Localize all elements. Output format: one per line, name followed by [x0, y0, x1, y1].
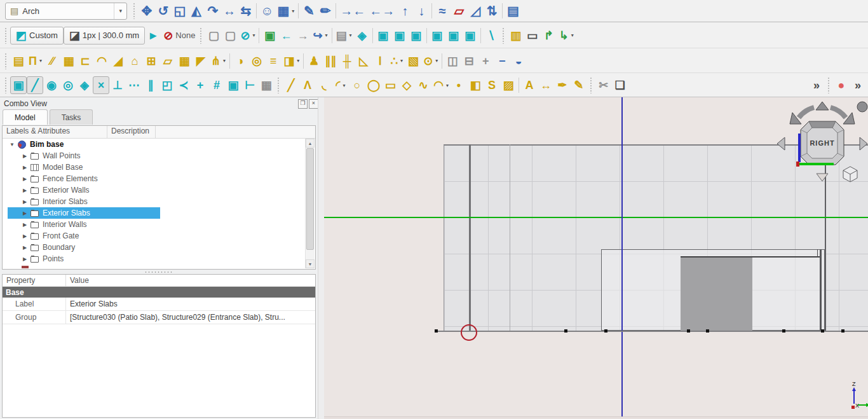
record-macro-button[interactable]: ●	[833, 76, 850, 94]
frame-button[interactable]: ▦	[176, 52, 193, 70]
expander-icon[interactable]: ▶	[20, 199, 29, 205]
mirror-button[interactable]: ◭	[188, 2, 205, 20]
ground-point[interactable]	[706, 329, 709, 333]
window-button[interactable]: ⊞	[143, 52, 159, 70]
tree-item-interior-slabs[interactable]: ▶Interior Slabs	[3, 196, 315, 207]
rotate-up-arrow-icon[interactable]	[816, 102, 829, 110]
property-value[interactable]: Exterior Slabs	[66, 298, 315, 310]
measure-button[interactable]: ∖	[483, 27, 499, 45]
snap-center-button[interactable]: ◎	[60, 76, 76, 94]
export-button[interactable]: ↱	[541, 27, 557, 45]
annotation-styles-button[interactable]: ✎	[571, 76, 587, 94]
snap-extension-button[interactable]: ⋯	[126, 76, 142, 94]
toolbar-handle[interactable]	[502, 27, 505, 44]
autogroup-button[interactable]: ⊘None	[161, 27, 197, 45]
pipes-button[interactable]: ⋔▾	[209, 52, 227, 70]
cut-button[interactable]: ✂	[595, 76, 612, 94]
tree-item-wall-points[interactable]: ▶Wall Points	[3, 150, 315, 161]
fence-button[interactable]: ∥∥	[322, 52, 339, 70]
snap-toggle-button[interactable]: ⊘▾	[238, 27, 257, 45]
snap-ortho-button[interactable]: ▣	[225, 76, 241, 94]
axis-button[interactable]: ◑	[232, 52, 248, 70]
layer-button[interactable]: ▤	[505, 2, 521, 20]
slope-button[interactable]: ◿	[467, 2, 484, 20]
expander-icon[interactable]: ▶	[20, 188, 29, 193]
toolbar-handle[interactable]	[590, 77, 593, 93]
ground-point[interactable]	[564, 329, 567, 333]
expander-icon[interactable]: ▶	[20, 153, 29, 159]
mark-button[interactable]: ◤	[193, 52, 209, 70]
railing-button[interactable]: ╫	[339, 52, 355, 70]
bezier-button[interactable]: ◠▾	[431, 76, 451, 94]
rotate-right-arrow-icon[interactable]	[831, 107, 846, 118]
export-options-button[interactable]: ↳▾	[557, 27, 576, 45]
material-button[interactable]: ∴▾	[388, 52, 405, 70]
scale-button[interactable]: ◱	[172, 2, 188, 20]
free-rotate-icon[interactable]	[857, 102, 867, 112]
tree-column-labels[interactable]: Labels & Attributes	[3, 126, 107, 138]
panel-button[interactable]: ◨▾	[281, 52, 301, 70]
wire-to-bspline-button[interactable]: ≈	[434, 2, 451, 20]
navigation-cluster[interactable]: RIGHT	[772, 99, 868, 194]
snap-intersection-button[interactable]: ×	[93, 76, 109, 94]
dimension-button[interactable]: ↔	[538, 76, 554, 94]
bspline-button[interactable]: ∿	[415, 76, 431, 94]
flip-button[interactable]: ⇅	[484, 2, 500, 20]
wall-button[interactable]: ▤	[10, 52, 27, 70]
view-top-button[interactable]: ▣	[391, 27, 408, 45]
tree-item-front-gate[interactable]: ▶Front Gate	[3, 230, 315, 242]
tree-scrollbar[interactable]: ▲ ▼	[305, 139, 315, 268]
ground-point[interactable]	[841, 329, 844, 333]
working-plane-button[interactable]: ◩Custom	[10, 27, 64, 45]
expander-icon[interactable]: ▶	[20, 210, 29, 216]
polyline-button[interactable]: Λ	[299, 76, 316, 94]
rebar-button[interactable]: ∕∕	[44, 52, 60, 70]
view-front-button[interactable]: ▣	[375, 27, 391, 45]
circle-button[interactable]: ○	[349, 76, 365, 94]
snap-lock-button[interactable]: ▣	[10, 76, 27, 94]
expander-icon[interactable]: ▶	[20, 233, 29, 239]
workbench-selector[interactable]: ▤ Arch ▾	[5, 3, 127, 20]
toolbar-handle[interactable]	[4, 53, 8, 69]
property-group-base[interactable]: Base	[3, 287, 315, 298]
view-isometric-button[interactable]: ◈	[354, 27, 370, 45]
downgrade-button[interactable]: ↓	[413, 2, 430, 20]
cut-object-button[interactable]: ⊟	[461, 52, 477, 70]
snap-working-plane-button[interactable]: ◰	[159, 76, 175, 94]
line-button[interactable]: ╱	[283, 76, 299, 94]
snap-near-button[interactable]: ≺	[175, 76, 192, 94]
split-button[interactable]: ←→	[367, 2, 397, 20]
draft-to-sketch-button[interactable]: ✎	[301, 2, 317, 20]
subelement-highlight-button[interactable]: ☺	[259, 2, 275, 20]
property-row-group[interactable]: Group[Structure030 (Patio Slab), Structu…	[3, 311, 315, 324]
snap-dimensions-button[interactable]: ⊢	[241, 76, 258, 94]
toolbar-handle[interactable]	[4, 77, 8, 93]
property-value[interactable]: [Structure030 (Patio Slab), Structure029…	[66, 311, 315, 324]
view-right-button[interactable]: ▣	[408, 27, 424, 45]
tab-model[interactable]: Model	[3, 109, 48, 125]
snap-special-button[interactable]: +	[192, 76, 208, 94]
select-group-button[interactable]: ▢	[222, 27, 238, 45]
expander-icon[interactable]: ▶	[20, 245, 29, 251]
sketch-to-draft-button[interactable]: ✏	[317, 2, 334, 20]
join-button[interactable]: →←	[338, 2, 367, 20]
trimex-button[interactable]: ⇆	[238, 2, 254, 20]
close-panel-button[interactable]: ×	[309, 99, 318, 109]
tree-item-model-base[interactable]: ▶Model Base	[3, 161, 315, 173]
toolbar-handle[interactable]	[133, 3, 136, 19]
toolbar-handle[interactable]	[277, 77, 280, 93]
property-row-label[interactable]: LabelExterior Slabs	[3, 298, 315, 311]
apply-style-button[interactable]: ►	[145, 27, 161, 45]
toolbar-handle[interactable]	[4, 27, 8, 44]
schedule-button[interactable]: ▧	[405, 52, 421, 70]
nav-back-button[interactable]: ←	[278, 27, 294, 45]
cut-plane-button[interactable]: ◫	[444, 52, 461, 70]
stretch-button[interactable]: ↔	[221, 2, 238, 20]
label-button[interactable]: ✒	[554, 76, 571, 94]
scroll-down-icon[interactable]: ▼	[306, 259, 315, 268]
snap-perpendicular-button[interactable]: ⊥	[109, 76, 126, 94]
truss-button[interactable]: ◺	[355, 52, 372, 70]
fillet-button[interactable]: ◟	[316, 76, 332, 94]
ground-point[interactable]	[604, 329, 607, 333]
clone-button[interactable]: ❏	[612, 76, 628, 94]
